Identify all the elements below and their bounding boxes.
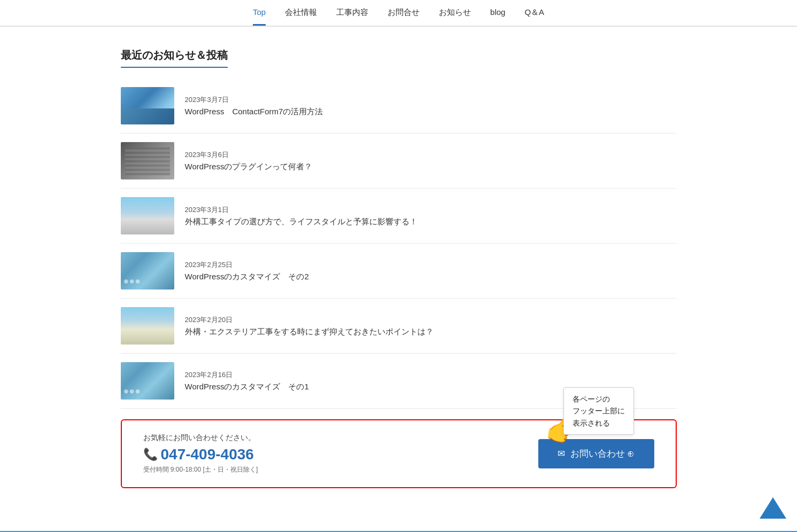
post-thumbnail [121, 197, 174, 234]
post-meta: 2023年3月6日WordPressのプラグインって何者？ [185, 150, 677, 172]
post-item[interactable]: 2023年2月25日WordPressのカスタマイズ その2 [121, 244, 677, 299]
nav-item-工事内容[interactable]: 工事内容 [336, 7, 368, 26]
post-meta: 2023年2月20日外構・エクステリア工事をする時にまず抑えておきたいポイントは… [185, 315, 677, 337]
post-title[interactable]: WordPress ContactForm7の活用方法 [185, 107, 677, 117]
nav-link-工事内容[interactable]: 工事内容 [336, 7, 368, 25]
post-title[interactable]: WordPressのプラグインって何者？ [185, 162, 677, 172]
nav-item-会社情報[interactable]: 会社情報 [285, 7, 317, 26]
post-title[interactable]: 外構・エクステリア工事をする時にまず抑えておきたいポイントは？ [185, 327, 677, 337]
nav-item-blog[interactable]: blog [490, 7, 505, 26]
envelope-icon: ✉ [558, 448, 565, 459]
nav-link-Q＆A[interactable]: Q＆A [524, 7, 544, 25]
nav-item-お知らせ[interactable]: お知らせ [439, 7, 471, 26]
contact-info: お気軽にお問い合わせください。 📞 047-409-4036 受付時間 9:00… [143, 433, 258, 474]
nav-link-会社情報[interactable]: 会社情報 [285, 7, 317, 25]
post-title[interactable]: WordPressのカスタマイズ その2 [185, 272, 677, 282]
post-title[interactable]: 外構工事タイプの選び方で、ライフスタイルと予算に影響する！ [185, 217, 677, 227]
post-meta: 2023年3月1日外構工事タイプの選び方で、ライフスタイルと予算に影響する！ [185, 205, 677, 227]
top-navigation: Top会社情報工事内容お問合せお知らせblogQ＆A [0, 0, 797, 27]
main-content: 最近のお知らせ＆投稿 2023年3月7日WordPress ContactFor… [78, 27, 719, 531]
post-date: 2023年3月6日 [185, 150, 677, 160]
section-title: 最近のお知らせ＆投稿 [121, 48, 228, 68]
post-date: 2023年2月20日 [185, 315, 677, 325]
post-item[interactable]: 2023年2月20日外構・エクステリア工事をする時にまず抑えておきたいポイントは… [121, 299, 677, 354]
nav-item-Top[interactable]: Top [253, 7, 266, 26]
post-date: 2023年2月16日 [185, 370, 677, 380]
post-thumbnail [121, 252, 174, 290]
nav-link-Top[interactable]: Top [253, 7, 266, 26]
contact-button-label: お問い合わせ ⊕ [570, 448, 635, 460]
post-thumbnail [121, 87, 174, 124]
post-meta: 2023年2月25日WordPressのカスタマイズ その2 [185, 260, 677, 282]
post-thumbnail [121, 142, 174, 179]
contact-hours: 受付時間 9:00-18:00 [土・日・祝日除く] [143, 465, 258, 474]
annotation-area: 各ページのフッター上部に表示される 👈 お気軽にお問い合わせください。 📞 04… [121, 419, 677, 488]
annotation-bubble: 各ページのフッター上部に表示される [563, 387, 634, 435]
nav-item-お問合せ[interactable]: お問合せ [388, 7, 420, 26]
nav-item-Q＆A[interactable]: Q＆A [524, 7, 544, 26]
post-item[interactable]: 2023年3月7日WordPress ContactForm7の活用方法 [121, 79, 677, 134]
post-meta: 2023年3月7日WordPress ContactForm7の活用方法 [185, 95, 677, 117]
nav-link-お知らせ[interactable]: お知らせ [439, 7, 471, 25]
post-item[interactable]: 2023年3月6日WordPressのプラグインって何者？ [121, 134, 677, 189]
post-date: 2023年3月7日 [185, 95, 677, 105]
post-date: 2023年3月1日 [185, 205, 677, 215]
phone-icon: 📞 [143, 448, 158, 461]
nav-link-お問合せ[interactable]: お問合せ [388, 7, 420, 25]
contact-phone-number: 047-409-4036 [161, 446, 254, 463]
post-list: 2023年3月7日WordPress ContactForm7の活用方法2023… [121, 79, 677, 409]
post-thumbnail [121, 307, 174, 345]
post-date: 2023年2月25日 [185, 260, 677, 270]
contact-label: お気軽にお問い合わせください。 [143, 433, 258, 443]
back-to-top-button[interactable] [760, 495, 786, 521]
contact-phone: 📞 047-409-4036 [143, 446, 258, 463]
post-thumbnail [121, 362, 174, 400]
post-item[interactable]: 2023年3月1日外構工事タイプの選び方で、ライフスタイルと予算に影響する！ [121, 189, 677, 244]
nav-link-blog[interactable]: blog [490, 7, 505, 24]
